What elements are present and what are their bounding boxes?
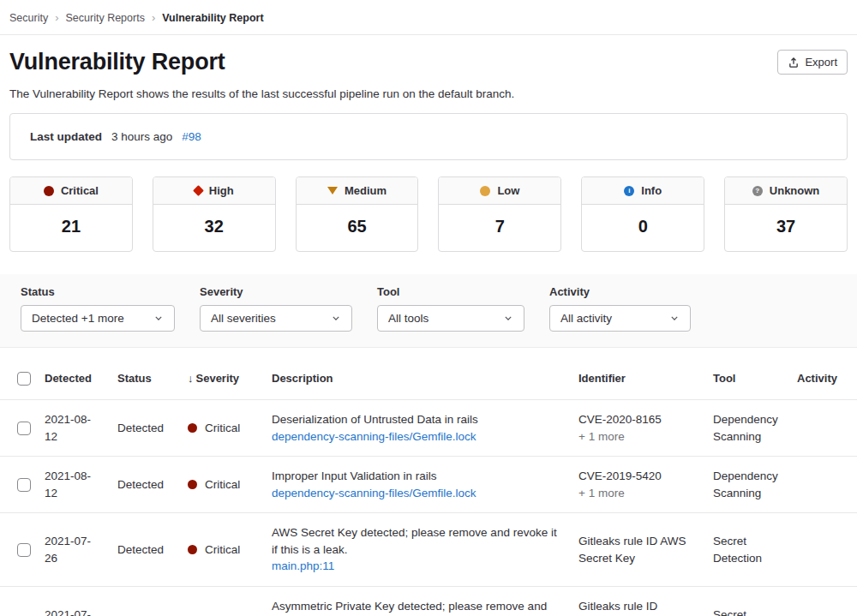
page-header: Vulnerability Report Export [9,49,848,75]
chevron-down-icon [669,314,680,324]
detected-cell: 2021-07-26 [38,513,111,587]
select-all-checkbox[interactable] [17,372,31,386]
description-cell: Improper Input Validation in railsdepend… [265,457,572,513]
last-updated-label: Last updated [30,130,102,143]
severity-card-label: High [209,184,234,197]
column-header-tool: Tool [706,362,790,400]
row-checkbox[interactable] [17,478,31,492]
severity-card-info: Info 0 [581,176,704,252]
identifier-extra: + 1 more [578,428,699,446]
severity-card-label: Info [641,184,662,197]
severity-card-count: 37 [725,205,847,251]
column-header-activity: Activity [790,362,857,400]
row-checkbox[interactable] [17,543,31,557]
status-cell: Detected [111,586,181,616]
severity-filter-dropdown[interactable]: All severities [200,305,352,332]
description-cell: Asymmetric Private Key detected; please … [265,586,572,616]
filter-bar: Status Detected +1 more Severity All sev… [0,274,857,348]
filter-activity: Activity All activity [549,285,691,332]
detected-cell: 2021-08-12 [38,457,111,513]
severity-cell: Critical [181,586,265,616]
chevron-down-icon [153,314,164,324]
table-row[interactable]: 2021-08-12 Detected Critical Improper In… [0,457,857,513]
severity-card-count: 65 [297,205,418,251]
filter-status: Status Detected +1 more [21,285,175,332]
filter-severity-label: Severity [200,285,352,298]
activity-filter-value: All activity [560,312,612,325]
identifier-cell: CVE-2020-8165+ 1 more [572,400,706,457]
identifier-cell: CVE-2019-5420+ 1 more [572,457,706,513]
sort-descending-icon: ↓ [188,372,194,385]
status-cell: Detected [111,457,181,513]
location-link[interactable]: dependency-scanning-files/Gemfile.lock [272,428,476,446]
severity-card-label: Medium [345,184,387,197]
location-link[interactable]: dependency-scanning-files/Gemfile.lock [272,485,476,502]
pipeline-link[interactable]: #98 [182,130,201,143]
severity-card-unknown: Unknown 37 [724,176,848,252]
vulnerability-table: Detected Status ↓Severity Description Id… [0,362,857,616]
tool-cell: Dependency Scanning [706,400,790,457]
location-link[interactable]: main.php:11 [272,558,334,575]
export-button[interactable]: Export [777,50,848,75]
table-row[interactable]: 2021-08-12 Detected Critical Deserializa… [0,400,857,457]
description-cell: Deserialization of Untrusted Data in rai… [265,400,572,457]
page-description: The Vulnerability Report shows the resul… [9,87,848,100]
severity-card-count: 0 [582,205,704,251]
severity-critical-icon [188,423,197,433]
chevron-down-icon [331,314,341,324]
activity-cell [790,513,857,587]
detected-cell: 2021-08-12 [38,400,111,457]
identifier-cell: Gitleaks rule ID Asymmetric Private Key [572,586,706,616]
row-checkbox[interactable] [17,422,31,435]
status-cell: Detected [111,513,181,587]
severity-card-medium: Medium 65 [296,176,419,252]
description-cell: AWS Secret Key detected; please remove a… [265,513,572,587]
severity-card-count: 21 [10,205,132,251]
breadcrumb: Security › Security Reports › Vulnerabil… [0,0,857,35]
breadcrumb-item-security[interactable]: Security [9,12,48,24]
chevron-down-icon [503,314,513,324]
table-row[interactable]: 2021-07-26 Detected Critical AWS Secret … [0,513,857,587]
filter-severity: Severity All severities [200,285,352,332]
severity-critical-icon [44,186,54,196]
severity-info-icon [624,186,634,196]
table-row[interactable]: 2021-07-26 Detected Critical Asymmetric … [0,586,857,616]
breadcrumb-item-vulnerability-report: Vulnerability Report [162,12,263,24]
activity-filter-dropdown[interactable]: All activity [549,305,691,332]
last-updated-time: 3 hours ago [111,130,172,143]
severity-unknown-icon [752,186,763,196]
activity-cell [790,400,857,457]
filter-activity-label: Activity [549,285,691,298]
severity-card-critical: Critical 21 [9,176,133,252]
identifier-extra: + 1 more [578,485,699,502]
severity-cell: Critical [181,513,265,587]
tool-cell: Secret Detection [706,586,790,616]
activity-cell [790,457,857,513]
vulnerability-report-page: Security › Security Reports › Vulnerabil… [0,0,857,616]
filter-status-label: Status [21,285,175,298]
severity-cell: Critical [181,400,265,457]
tool-cell: Secret Detection [706,513,790,587]
severity-card-label: Unknown [770,184,820,197]
tool-cell: Dependency Scanning [706,457,790,513]
identifier-cell: Gitleaks rule ID AWS Secret Key [572,513,706,587]
export-icon [788,57,800,69]
breadcrumb-item-security-reports[interactable]: Security Reports [66,12,145,24]
column-header-identifier: Identifier [572,362,706,400]
last-updated-panel: Last updated 3 hours ago #98 [9,113,848,160]
chevron-right-icon: › [152,11,155,24]
severity-card-label: Critical [61,184,99,197]
severity-card-low: Low 7 [438,176,561,252]
severity-card-count: 7 [439,205,560,251]
severity-card-count: 32 [153,205,275,251]
status-filter-dropdown[interactable]: Detected +1 more [21,305,175,332]
severity-medium-icon [327,187,338,194]
severity-summary-cards: Critical 21 High 32 Medium 65 [9,176,848,252]
column-header-detected[interactable]: Detected [38,362,111,400]
column-header-severity[interactable]: ↓Severity [181,362,265,400]
page-title: Vulnerability Report [9,49,225,75]
filter-tool-label: Tool [377,285,524,298]
activity-cell [790,586,857,616]
table-header-row: Detected Status ↓Severity Description Id… [0,362,857,400]
tool-filter-dropdown[interactable]: All tools [377,305,524,332]
